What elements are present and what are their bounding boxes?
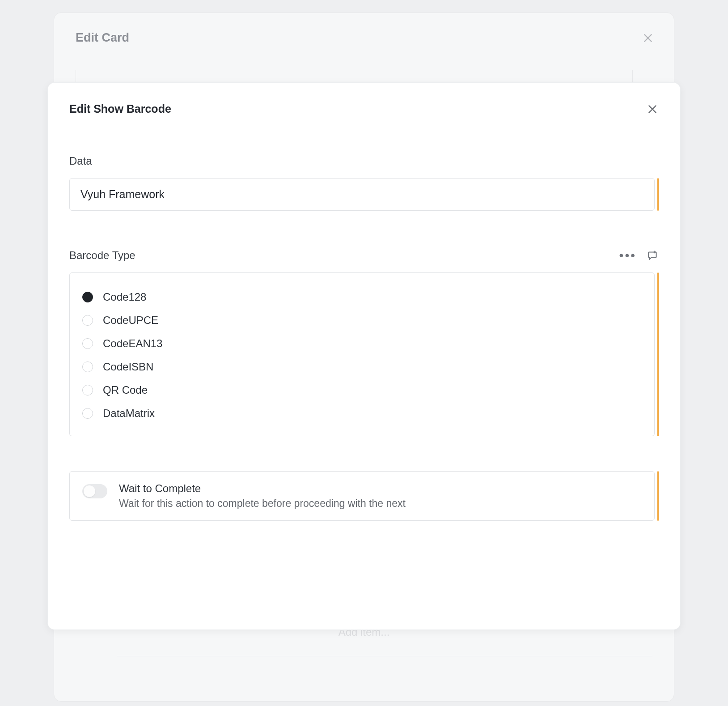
- barcode-type-option[interactable]: Code128: [82, 285, 642, 309]
- barcode-type-option[interactable]: CodeEAN13: [82, 332, 642, 355]
- field-actions: •••: [619, 249, 659, 262]
- wait-title: Wait to Complete: [119, 482, 406, 495]
- more-icon[interactable]: •••: [619, 249, 636, 262]
- wait-toggle[interactable]: [82, 484, 107, 498]
- barcode-type-option[interactable]: CodeISBN: [82, 355, 642, 379]
- data-field-label: Data: [69, 155, 92, 167]
- barcode-type-option[interactable]: CodeUPCE: [82, 309, 642, 332]
- wait-field: Wait to Complete Wait for this action to…: [69, 471, 659, 521]
- radio-label: Code128: [103, 291, 146, 303]
- wait-description: Wait for this action to complete before …: [119, 498, 406, 510]
- field-change-indicator: [657, 272, 659, 436]
- toggle-knob: [84, 485, 95, 497]
- radio-icon: [82, 362, 93, 372]
- inner-dialog-header: Edit Show Barcode: [69, 102, 659, 115]
- radio-icon: [82, 338, 93, 349]
- inner-dialog: Edit Show Barcode Data Barcode Type •••: [47, 82, 681, 630]
- radio-icon: [82, 385, 93, 396]
- data-field: Data: [69, 155, 659, 211]
- barcode-type-field: Barcode Type ••• Code128 CodeUPCE: [69, 249, 659, 436]
- field-change-indicator: [657, 178, 659, 211]
- data-input[interactable]: [69, 178, 655, 211]
- field-change-indicator: [657, 471, 659, 521]
- radio-label: CodeUPCE: [103, 314, 158, 327]
- close-icon[interactable]: [646, 103, 659, 115]
- outer-dialog-header: Edit Card: [54, 13, 674, 61]
- radio-label: QR Code: [103, 384, 148, 396]
- barcode-type-label: Barcode Type: [69, 249, 135, 262]
- barcode-type-option[interactable]: QR Code: [82, 379, 642, 402]
- barcode-type-options: Code128 CodeUPCE CodeEAN13 CodeISBN QR C…: [69, 272, 655, 436]
- radio-icon: [82, 292, 93, 302]
- radio-label: CodeEAN13: [103, 337, 162, 350]
- ghost-border-bottom: [117, 656, 652, 656]
- wait-text: Wait to Complete Wait for this action to…: [119, 482, 406, 510]
- barcode-type-option[interactable]: DataMatrix: [82, 402, 642, 425]
- outer-dialog-title: Edit Card: [76, 31, 129, 45]
- inner-dialog-title: Edit Show Barcode: [69, 102, 171, 115]
- radio-label: DataMatrix: [103, 407, 155, 420]
- radio-icon: [82, 315, 93, 326]
- radio-label: CodeISBN: [103, 361, 153, 373]
- radio-icon: [82, 408, 93, 419]
- close-icon[interactable]: [642, 32, 654, 44]
- comment-icon[interactable]: [647, 250, 659, 261]
